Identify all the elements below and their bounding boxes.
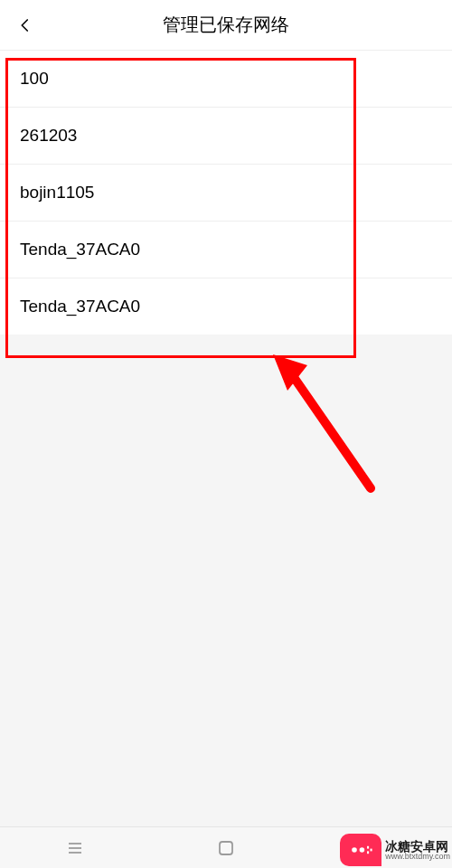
page-title: 管理已保存网络 (0, 13, 452, 37)
network-item[interactable]: Tenda_37ACA0 (0, 278, 452, 335)
network-item[interactable]: Tenda_37ACA0 (0, 222, 452, 278)
nav-back-button[interactable] (341, 827, 413, 869)
network-ssid: bojin1105 (20, 183, 94, 202)
chevron-left-icon (17, 17, 33, 33)
network-item[interactable]: bojin1105 (0, 165, 452, 222)
menu-icon (64, 837, 86, 859)
network-ssid: 100 (20, 69, 49, 88)
android-navbar (0, 826, 452, 868)
network-ssid: 261203 (20, 126, 77, 145)
home-icon (215, 837, 237, 859)
network-item[interactable]: 261203 (0, 108, 452, 165)
network-ssid: Tenda_37ACA0 (20, 297, 140, 316)
back-button[interactable] (0, 0, 51, 51)
header-bar: 管理已保存网络 (0, 0, 452, 51)
app-screen: 管理已保存网络 100 261203 bojin1105 Tenda_37ACA… (0, 0, 452, 868)
network-item[interactable]: 100 (0, 51, 452, 108)
network-ssid: Tenda_37ACA0 (20, 240, 140, 259)
nav-home-button[interactable] (190, 827, 262, 869)
back-icon (366, 837, 388, 859)
saved-networks-list: 100 261203 bojin1105 Tenda_37ACA0 Tenda_… (0, 51, 452, 335)
empty-area (0, 335, 452, 868)
svg-rect-5 (220, 842, 232, 854)
nav-recent-button[interactable] (39, 827, 111, 869)
